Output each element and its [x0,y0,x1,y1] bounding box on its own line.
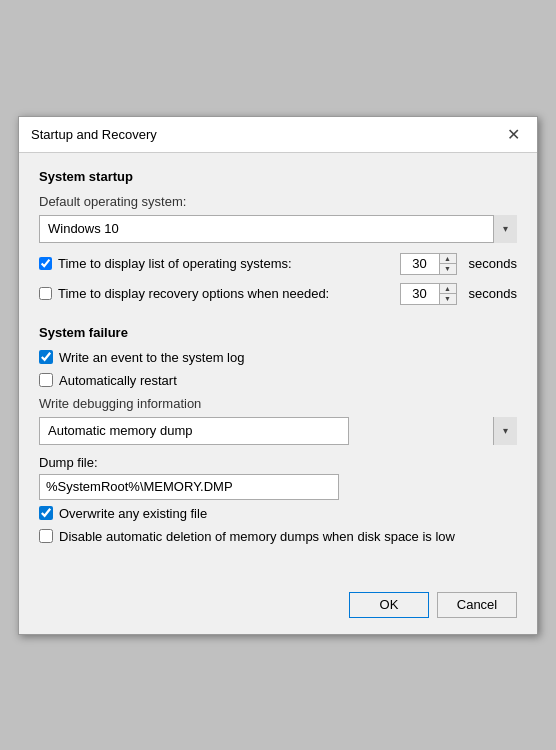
display-list-input[interactable] [400,253,440,275]
default-os-select[interactable]: Windows 10 [39,215,517,243]
display-list-label: Time to display list of operating system… [58,256,394,271]
overwrite-row: Overwrite any existing file [39,506,517,521]
disable-auto-delete-row: Disable automatic deletion of memory dum… [39,529,517,544]
display-recovery-label: Time to display recovery options when ne… [58,286,394,301]
display-recovery-down-button[interactable]: ▼ [440,294,456,304]
display-recovery-input[interactable] [400,283,440,305]
dialog-footer: OK Cancel [19,580,537,634]
debug-type-wrapper: Automatic memory dump ▾ [39,417,517,445]
close-button[interactable]: ✕ [501,122,525,146]
default-os-label: Default operating system: [39,194,517,209]
disable-auto-delete-checkbox[interactable] [39,529,53,543]
auto-restart-label: Automatically restart [59,373,177,388]
display-recovery-seconds: seconds [469,286,517,301]
disable-auto-delete-label: Disable automatic deletion of memory dum… [59,529,455,544]
write-debug-label: Write debugging information [39,396,517,411]
system-startup-section: System startup Default operating system:… [39,169,517,305]
display-recovery-row: Time to display recovery options when ne… [39,283,517,305]
system-startup-label: System startup [39,169,517,184]
auto-restart-row: Automatically restart [39,373,517,388]
system-failure-label: System failure [39,325,517,340]
debug-type-arrow-icon: ▾ [493,417,517,445]
display-list-checkbox[interactable] [39,257,52,270]
write-event-checkbox[interactable] [39,350,53,364]
display-list-seconds: seconds [469,256,517,271]
display-recovery-spinner: ▲ ▼ [400,283,457,305]
debug-type-select[interactable]: Automatic memory dump [39,417,349,445]
dump-file-input[interactable] [39,474,339,500]
display-list-up-button[interactable]: ▲ [440,254,456,264]
system-failure-section: System failure Write an event to the sys… [39,325,517,544]
cancel-button[interactable]: Cancel [437,592,517,618]
auto-restart-checkbox[interactable] [39,373,53,387]
display-recovery-spinner-buttons: ▲ ▼ [440,283,457,305]
dialog-title: Startup and Recovery [31,127,157,142]
display-list-down-button[interactable]: ▼ [440,264,456,274]
title-bar: Startup and Recovery ✕ [19,117,537,153]
display-recovery-up-button[interactable]: ▲ [440,284,456,294]
ok-button[interactable]: OK [349,592,429,618]
display-recovery-checkbox[interactable] [39,287,52,300]
write-event-label: Write an event to the system log [59,350,244,365]
write-event-row: Write an event to the system log [39,350,517,365]
display-list-spinner-buttons: ▲ ▼ [440,253,457,275]
overwrite-checkbox[interactable] [39,506,53,520]
display-list-row: Time to display list of operating system… [39,253,517,275]
display-list-spinner: ▲ ▼ [400,253,457,275]
dump-file-label: Dump file: [39,455,517,470]
default-os-wrapper: Windows 10 ▾ [39,215,517,243]
startup-recovery-dialog: Startup and Recovery ✕ System startup De… [18,116,538,635]
overwrite-label: Overwrite any existing file [59,506,207,521]
dialog-content: System startup Default operating system:… [19,153,537,580]
